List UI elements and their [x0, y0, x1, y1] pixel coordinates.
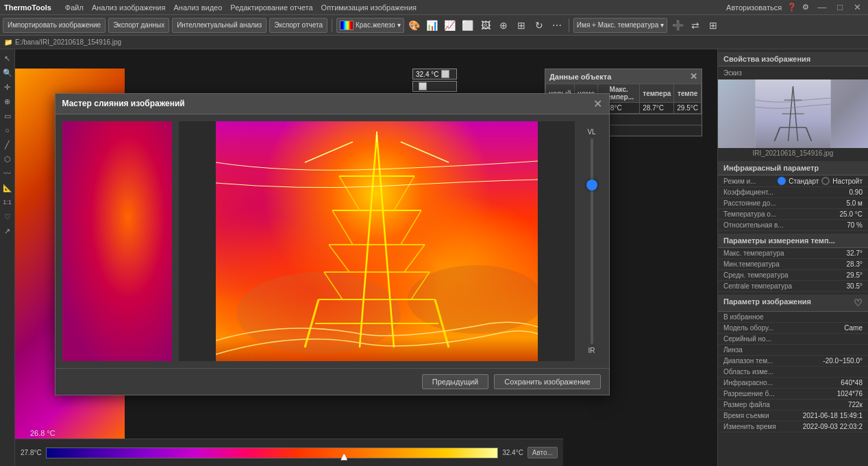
- min-temp-value: 28.3°: [847, 260, 863, 268]
- maximize-btn[interactable]: □: [834, 2, 845, 12]
- ir-res-row: Инфракрасно... 640*48: [718, 378, 868, 389]
- right-panel-title: Свойства изображения: [718, 52, 868, 66]
- zoom-tool[interactable]: 🔍: [1, 66, 14, 79]
- coeff-label: Коэффициент...: [723, 188, 850, 196]
- min-temp-row: Мин.температура 28.3°: [718, 259, 868, 270]
- lens-row: Линза: [718, 345, 868, 356]
- thumbnail-svg: [718, 79, 868, 148]
- cursor-tool[interactable]: ↖: [1, 52, 14, 64]
- grid-btn[interactable]: ⊞: [706, 18, 721, 33]
- minimize-btn[interactable]: —: [815, 2, 829, 12]
- target-btn[interactable]: ⊞: [514, 18, 529, 33]
- avg-temp-label: Средн. температура: [723, 271, 847, 279]
- slider-thumb[interactable]: [586, 180, 597, 191]
- serial-row: Серийный но...: [718, 334, 868, 345]
- dialog-title: Мастер слияния изображений: [62, 99, 185, 108]
- ir-res-value: 640*48: [841, 379, 863, 387]
- close-btn[interactable]: ✕: [851, 2, 864, 12]
- colormap-swatch: [340, 21, 354, 30]
- ir-params-title: Инфракрасный параметр: [718, 161, 868, 175]
- nav-btn[interactable]: ⇄: [688, 18, 703, 33]
- more-btn[interactable]: ⋯: [549, 18, 565, 33]
- export-report-btn[interactable]: Экспорт отчета: [269, 18, 327, 33]
- sketch-label: Эскиз: [718, 66, 868, 79]
- annotation-dropdown[interactable]: Имя + Макс. температура ▾: [573, 18, 667, 33]
- coeff-row: Коэффициент... 0.90: [718, 187, 868, 198]
- distance-value: 5.0 м: [846, 199, 863, 207]
- poly-tool[interactable]: ⬡: [1, 153, 14, 165]
- measure-range-row: Область изме...: [718, 367, 868, 378]
- line-tool[interactable]: ╱: [1, 138, 14, 151]
- max-temp-value: 32.7°: [847, 249, 863, 257]
- temp-o-row: Температура о... 25.0 °C: [718, 209, 868, 220]
- colormap-dropdown[interactable]: Крас.железо ▾: [336, 18, 404, 33]
- image-params-title-text: Параметр изображения: [723, 297, 811, 308]
- mode-standard-radio[interactable]: [778, 177, 786, 185]
- prev-btn[interactable]: Предыдущий: [422, 374, 488, 389]
- device-label: Модель обору...: [723, 324, 844, 332]
- image-btn[interactable]: 🖼: [478, 18, 493, 33]
- rect-tool[interactable]: ▭: [1, 110, 14, 122]
- thumbnail-container: [718, 79, 868, 148]
- add-btn[interactable]: ➕: [670, 18, 685, 33]
- colormap-arrow: ▾: [397, 21, 401, 29]
- heart-tool[interactable]: ♡: [1, 210, 14, 223]
- slider-track[interactable]: [591, 138, 593, 344]
- save-image-btn[interactable]: Сохранить изображение: [494, 374, 600, 389]
- dialog-footer: Предыдущий Сохранить изображение: [55, 368, 609, 395]
- rotate-btn[interactable]: ↻: [532, 18, 547, 33]
- mode-radio-group[interactable]: Стандарт Настройт: [778, 177, 863, 185]
- svg-line-13: [401, 210, 421, 245]
- mode-label: Режим и...: [723, 177, 778, 185]
- settings-btn[interactable]: ⚙: [802, 3, 809, 12]
- scale-tool[interactable]: 1:1: [1, 196, 14, 208]
- annotation-arrow: ▾: [660, 21, 664, 29]
- menu-bar: ThermoTools Файл Анализ изображения Анал…: [0, 0, 868, 15]
- move-tool[interactable]: ✛: [1, 81, 14, 93]
- svg-line-12: [332, 210, 353, 245]
- line-chart-btn[interactable]: 📈: [443, 18, 458, 33]
- dialog-overlay: Мастер слияния изображений ✕: [15, 49, 717, 466]
- humidity-value: 70 %: [847, 221, 863, 229]
- file-size-label: Размер файла: [723, 401, 848, 408]
- svg-line-11: [394, 176, 414, 210]
- measure-params-title: Параметры измерения темп...: [718, 234, 868, 248]
- auth-button[interactable]: Авторизоваться: [726, 3, 782, 12]
- rect-select-btn[interactable]: ⬜: [460, 18, 475, 33]
- dialog-close-btn[interactable]: ✕: [593, 97, 602, 110]
- import-image-btn[interactable]: Импортировать изображение: [3, 18, 106, 33]
- file-size-value: 722к: [848, 401, 863, 408]
- bar-chart-btn[interactable]: 📊: [425, 18, 440, 33]
- menu-edit-report[interactable]: Редактирование отчета: [230, 3, 312, 12]
- modify-time-label: Изменить время: [723, 423, 803, 430]
- help-btn[interactable]: ❓: [787, 3, 797, 12]
- profile-tool[interactable]: 〰: [1, 167, 14, 180]
- svg-line-20: [305, 142, 353, 162]
- menu-file[interactable]: Файл: [65, 3, 84, 12]
- svg-line-21: [401, 142, 449, 162]
- spot-tool[interactable]: ⊕: [1, 95, 14, 108]
- merge-btn[interactable]: ⊕: [496, 18, 511, 33]
- right-panel-title-text: Свойства изображения: [723, 55, 810, 63]
- mode-row: Режим и... Стандарт Настройт: [718, 175, 868, 187]
- slider-bottom-label: IR: [588, 347, 595, 354]
- measure-tool[interactable]: 📐: [1, 182, 14, 194]
- palette-btn[interactable]: 🎨: [407, 18, 422, 33]
- export-data-btn[interactable]: Экспорт данных: [108, 18, 169, 33]
- max-temp-row: Макс. температура 32.7°: [718, 248, 868, 259]
- device-row: Модель обору... Came: [718, 323, 868, 334]
- ai-analysis-btn[interactable]: Интеллектуальный анализ: [172, 18, 266, 33]
- ir-res-label: Инфракрасно...: [723, 379, 841, 387]
- capture-time-value: 2021-06-18 15:49:1: [803, 412, 863, 419]
- menu-optimize[interactable]: Оптимизация изображения: [321, 3, 417, 12]
- app-title: ThermoTools: [4, 3, 51, 12]
- mode-custom-radio[interactable]: [821, 177, 830, 185]
- dialog-image-area: [179, 121, 575, 361]
- export-tool[interactable]: ↗: [1, 225, 14, 237]
- menu-analyze-image[interactable]: Анализ изображения: [92, 3, 166, 12]
- circle-tool[interactable]: ○: [1, 124, 14, 136]
- dialog-content: VL IR: [55, 114, 609, 368]
- file-size-row: Размер файла 722к: [718, 400, 868, 410]
- menu-analyze-video[interactable]: Анализ видео: [173, 3, 222, 12]
- mode-standard-label: Стандарт: [789, 177, 819, 185]
